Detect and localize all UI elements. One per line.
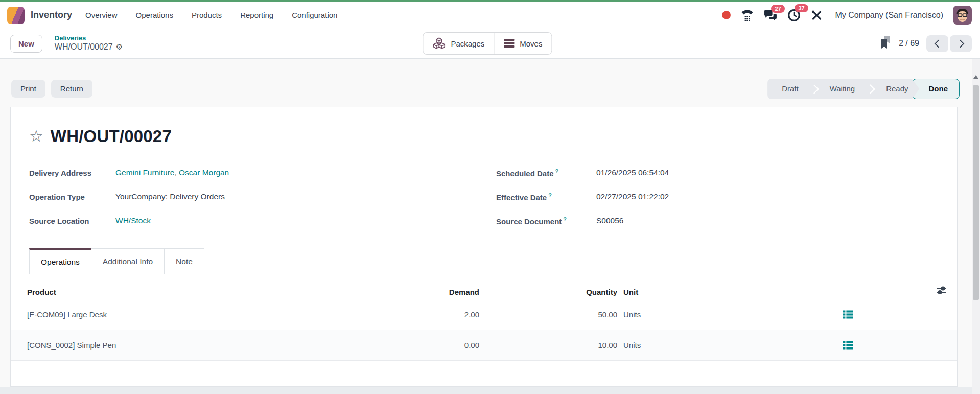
status-ready[interactable]: Ready	[875, 79, 919, 99]
tab-note[interactable]: Note	[165, 248, 204, 274]
form-sheet: ☆ WH/OUT/00027 Delivery Address Gemini F…	[10, 107, 958, 387]
new-button[interactable]: New	[10, 35, 42, 53]
status-draft[interactable]: Draft	[771, 79, 810, 99]
field-label: Scheduled Date?	[496, 168, 596, 178]
fields-left-column: Delivery Address Gemini Furniture, Oscar…	[29, 167, 229, 227]
quantity-cell[interactable]: 50.00	[479, 310, 617, 319]
company-switcher[interactable]: My Company (San Francisco)	[835, 11, 943, 20]
source-location-link[interactable]: WH/Stock	[115, 216, 151, 225]
field-label: Effective Date?	[496, 192, 596, 202]
demand-cell[interactable]: 0.00	[409, 341, 479, 350]
chevron-separator-icon	[866, 84, 875, 94]
quantity-cell[interactable]: 10.00	[479, 341, 617, 350]
column-demand[interactable]: Demand	[409, 288, 479, 296]
packages-button[interactable]: Packages	[423, 32, 494, 55]
table-row[interactable]: [E-COM09] Large Desk 2.00 50.00 Units	[11, 299, 957, 330]
pager-next-button[interactable]	[950, 35, 972, 52]
help-icon: ?	[563, 216, 567, 222]
moves-label: Moves	[520, 39, 542, 48]
menu-operations[interactable]: Operations	[136, 11, 173, 19]
unit-cell[interactable]: Units	[617, 341, 673, 350]
print-button[interactable]: Print	[11, 80, 45, 98]
packages-label: Packages	[451, 39, 484, 48]
field-delivery-address: Delivery Address Gemini Furniture, Oscar…	[29, 167, 229, 179]
detailed-operations-icon[interactable]	[843, 310, 853, 319]
title-row: ☆ WH/OUT/00027	[29, 127, 172, 146]
field-label: Source Location	[29, 217, 115, 225]
field-source-location: Source Location WH/Stock	[29, 215, 229, 227]
user-avatar[interactable]	[953, 6, 972, 25]
scrollbar-thumb[interactable]	[973, 85, 979, 300]
demand-cell[interactable]: 2.00	[409, 310, 479, 319]
column-quantity[interactable]: Quantity	[479, 288, 617, 296]
pager-previous-button[interactable]	[926, 35, 948, 52]
status-waiting[interactable]: Waiting	[819, 79, 866, 99]
effective-date-value: 02/27/2025 01:22:02	[596, 192, 669, 201]
field-label: Delivery Address	[29, 169, 115, 177]
tools-icon[interactable]	[810, 9, 823, 21]
menu-overview[interactable]: Overview	[85, 11, 118, 19]
field-source-document: Source Document? S00056	[496, 215, 669, 227]
statusbar-steps: Draft Waiting Ready	[767, 79, 919, 99]
field-scheduled-date: Scheduled Date? 01/26/2025 06:54:04	[496, 167, 669, 179]
stat-buttons: Packages Moves	[423, 32, 552, 55]
moves-button[interactable]: Moves	[494, 32, 552, 55]
help-icon: ?	[555, 168, 559, 174]
phone-icon[interactable]	[740, 9, 754, 21]
return-button[interactable]: Return	[51, 80, 92, 98]
statusbar: Draft Waiting Ready Done	[767, 79, 960, 99]
unit-cell[interactable]: Units	[617, 310, 673, 319]
scheduled-date-value[interactable]: 01/26/2025 06:54:04	[596, 168, 669, 177]
table-header: Product Demand Quantity Unit	[11, 285, 957, 299]
operation-type-value[interactable]: YourCompany: Delivery Orders	[115, 192, 225, 201]
menu-products[interactable]: Products	[192, 11, 222, 19]
app-name[interactable]: Inventory	[31, 10, 72, 20]
field-operation-type: Operation Type YourCompany: Delivery Ord…	[29, 191, 229, 203]
page-title: WH/OUT/00027	[51, 127, 172, 146]
chevron-left-icon	[934, 39, 942, 48]
bookmark-icon[interactable]	[880, 35, 892, 52]
favorite-star-icon[interactable]: ☆	[29, 128, 43, 145]
pager-buttons	[926, 35, 972, 52]
activities-badge: 37	[795, 4, 808, 12]
activities-clock-icon[interactable]: 37	[787, 9, 801, 22]
action-buttons: Print Return	[11, 80, 92, 98]
breadcrumb: Deliveries WH/OUT/00027⚙	[55, 35, 123, 52]
chevron-separator-icon	[809, 84, 819, 94]
actions-gear-icon[interactable]: ⚙	[116, 42, 123, 51]
pager-value: 2 / 69	[899, 39, 919, 48]
tab-operations[interactable]: Operations	[29, 248, 91, 274]
field-label: Source Document?	[496, 216, 596, 226]
menu-reporting[interactable]: Reporting	[240, 11, 273, 19]
column-product[interactable]: Product	[11, 288, 409, 296]
help-icon: ?	[548, 192, 552, 198]
menu-configuration[interactable]: Configuration	[292, 11, 337, 19]
delivery-address-link[interactable]: Gemini Furniture, Oscar Morgan	[115, 168, 229, 177]
pager: 2 / 69	[880, 35, 972, 52]
bars-icon	[503, 38, 515, 50]
optional-columns-icon[interactable]	[936, 286, 947, 297]
product-cell[interactable]: [E-COM09] Large Desk	[11, 310, 409, 319]
field-label: Operation Type	[29, 193, 115, 201]
chevron-right-icon	[956, 39, 964, 48]
main-menu: Overview Operations Products Reporting C…	[85, 11, 337, 19]
tab-additional-info[interactable]: Additional Info	[91, 248, 165, 274]
navbar: Inventory Overview Operations Products R…	[0, 2, 980, 29]
field-effective-date: Effective Date? 02/27/2025 01:22:02	[496, 191, 669, 203]
scroll-up-arrow-icon[interactable]	[973, 75, 978, 79]
messages-icon[interactable]: 27	[764, 9, 778, 21]
breadcrumb-deliveries[interactable]: Deliveries	[55, 35, 123, 42]
recording-dot-icon	[722, 11, 731, 19]
control-panel: New Deliveries WH/OUT/00027⚙	[0, 29, 980, 59]
navbar-systray: 27 37 My Company (San Francisco)	[722, 6, 972, 25]
product-cell[interactable]: [CONS_0002] Simple Pen	[11, 341, 409, 350]
detailed-operations-icon[interactable]	[843, 341, 853, 350]
inventory-app-screen: Inventory Overview Operations Products R…	[0, 0, 980, 394]
source-document-value[interactable]: S00056	[596, 216, 623, 225]
cubes-icon	[432, 37, 446, 51]
column-unit[interactable]: Unit	[617, 288, 673, 296]
inventory-app-icon[interactable]	[7, 7, 25, 24]
bottom-strip	[0, 387, 972, 394]
vertical-scrollbar[interactable]	[972, 59, 980, 394]
table-row[interactable]: [CONS_0002] Simple Pen 0.00 10.00 Units	[11, 330, 957, 361]
